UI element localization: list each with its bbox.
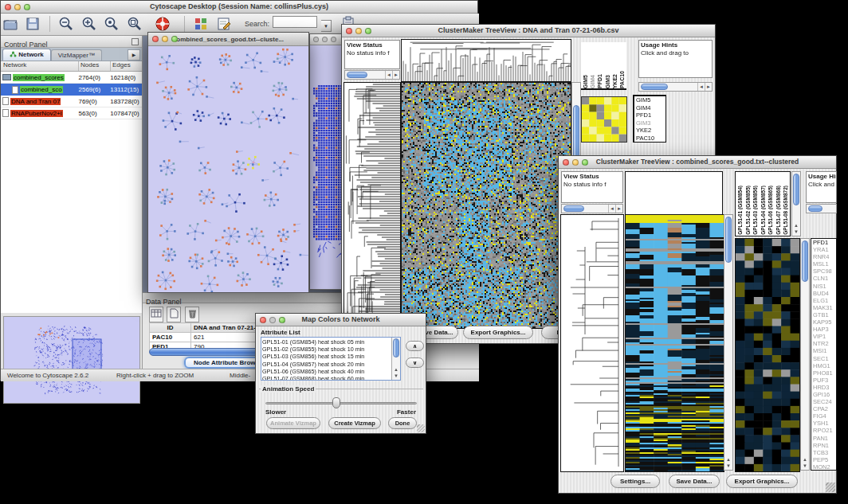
gene-list-item[interactable]: GIM3 bbox=[634, 119, 665, 127]
attribute-list-item[interactable]: GPL51-03 (GSM856) heat shock 15 min bbox=[262, 353, 391, 360]
gene-list-item[interactable]: KAP95 bbox=[811, 318, 836, 326]
gene-list-item[interactable]: RPN1 bbox=[811, 442, 836, 449]
window-controls[interactable] bbox=[5, 4, 30, 10]
animate-vizmap-button[interactable]: Animate Vizmap bbox=[266, 417, 320, 429]
scroll-down-icon[interactable]: ▼ bbox=[394, 373, 398, 378]
zoom-selected-icon[interactable] bbox=[126, 15, 143, 33]
export-graphics-button[interactable]: Export Graphics... bbox=[463, 326, 533, 339]
vizmapper-icon[interactable] bbox=[192, 15, 210, 33]
column-labels-vscrollbar-2[interactable]: ▲▼ bbox=[791, 171, 801, 236]
zoom-heatmap-canvas-2[interactable] bbox=[735, 238, 800, 472]
gene-list-item[interactable]: GIM5 bbox=[634, 96, 665, 104]
view-status-hscrollbar-2[interactable]: ◄► bbox=[561, 204, 623, 213]
delete-attribute-icon[interactable] bbox=[185, 307, 199, 322]
treeview1-titlebar[interactable]: ClusterMaker TreeView : DNA and Tran 07-… bbox=[342, 25, 715, 37]
zoom-window-icon[interactable] bbox=[582, 159, 588, 166]
scroll-right-icon[interactable]: ► bbox=[392, 71, 399, 79]
help-lifebuoy-icon[interactable] bbox=[154, 15, 171, 33]
minimize-icon[interactable] bbox=[162, 36, 168, 42]
tab-overflow-button[interactable]: ▶ bbox=[128, 49, 140, 61]
gene-list-item[interactable]: SPC98 bbox=[811, 268, 836, 275]
close-icon[interactable] bbox=[260, 317, 266, 323]
new-attribute-icon[interactable] bbox=[167, 307, 181, 322]
attribute-list-item[interactable]: GPL51-01 (GSM854) heat shock 05 min bbox=[262, 338, 391, 346]
network-frame-titlebar[interactable]: combined_scores_good.txt--cluste... bbox=[148, 33, 308, 46]
attribute-list-item[interactable]: GPL51-04 (GSM857) heat shock 20 min bbox=[262, 361, 391, 368]
network-list-row[interactable]: combined_sco2569(6)13112(15) bbox=[1, 84, 142, 96]
gene-list-item[interactable]: MON2 bbox=[811, 463, 836, 471]
gene-list-item[interactable]: GIM4 bbox=[634, 104, 665, 112]
gene-list-item[interactable]: MSI1 bbox=[811, 347, 836, 354]
gene-list-item[interactable]: PAN1 bbox=[811, 435, 836, 442]
heatmap2-vscrollbar[interactable]: ▲▼ bbox=[724, 214, 733, 471]
gene-list-item[interactable]: PHO81 bbox=[811, 369, 836, 377]
view-status-hscrollbar[interactable]: ◄► bbox=[344, 70, 400, 80]
birdseye-canvas[interactable] bbox=[3, 316, 140, 404]
gene-list-item[interactable]: PAC10 bbox=[634, 135, 665, 143]
column-dendrogram-canvas-1[interactable] bbox=[401, 39, 571, 82]
scroll-left-icon[interactable]: ◄ bbox=[697, 83, 705, 91]
select-attributes-icon[interactable] bbox=[149, 307, 163, 322]
scroll-down-icon[interactable]: ▼ bbox=[794, 229, 799, 234]
save-session-icon[interactable] bbox=[24, 15, 41, 33]
usage-hscrollbar-2[interactable] bbox=[806, 204, 837, 213]
gene-list-item[interactable]: NIS1 bbox=[811, 283, 836, 290]
tab-vizmapper[interactable]: VizMapper™ bbox=[51, 49, 102, 61]
scroll-down-icon[interactable]: ▼ bbox=[726, 463, 731, 468]
attribute-list-item[interactable]: GPL51-02 (GSM855) heat shock 10 min bbox=[262, 346, 391, 353]
resize-grip[interactable] bbox=[417, 424, 425, 432]
gene-list-item[interactable]: BUD4 bbox=[811, 290, 836, 297]
gene-list-item[interactable]: HRD3 bbox=[811, 384, 836, 391]
gene-list-item[interactable]: VIP1 bbox=[811, 333, 836, 340]
close-icon[interactable] bbox=[563, 159, 569, 166]
save-data-button[interactable]: Save Data... bbox=[669, 475, 720, 488]
close-icon[interactable] bbox=[152, 36, 159, 42]
zoom-window-icon[interactable] bbox=[171, 36, 178, 42]
move-attribute-down-button[interactable]: ∨ bbox=[406, 357, 424, 368]
gene-list-item[interactable]: ELG1 bbox=[811, 297, 836, 304]
gene-list-item[interactable]: YKE2 bbox=[634, 127, 665, 135]
gene-list-item[interactable]: RPO21 bbox=[811, 427, 836, 434]
animation-speed-slider-thumb[interactable] bbox=[332, 397, 340, 408]
heatmap-canvas-2[interactable] bbox=[625, 214, 724, 472]
attribute-list-item[interactable]: GPL51-07 (GSM868) heat shock 60 min bbox=[262, 375, 391, 381]
gene-list-item[interactable]: YSH1 bbox=[811, 420, 836, 427]
gene-list-item[interactable]: SEC1 bbox=[811, 355, 836, 362]
zoom-heatmap-canvas-1[interactable] bbox=[581, 96, 627, 143]
gene-list-item[interactable]: CPA2 bbox=[811, 405, 836, 412]
attribute-list-vscrollbar[interactable]: ▲▼ bbox=[391, 338, 400, 380]
scroll-right-icon[interactable]: ► bbox=[615, 205, 622, 213]
treeview2-titlebar[interactable]: ClusterMaker TreeView : combined_scores_… bbox=[559, 156, 836, 169]
gene-list-item[interactable]: PEP5 bbox=[811, 456, 836, 463]
search-input[interactable] bbox=[273, 21, 316, 31]
export-graphics-button[interactable]: Export Graphics... bbox=[726, 475, 798, 488]
gene-list-item[interactable]: RNR4 bbox=[811, 253, 836, 260]
network-list-row[interactable]: DNA and Tran 07769(0)183728(0) bbox=[1, 96, 142, 107]
zoom-in-icon[interactable] bbox=[80, 15, 98, 33]
gene-list-item[interactable]: CLN1 bbox=[811, 275, 836, 282]
move-attribute-up-button[interactable]: ∧ bbox=[406, 341, 424, 351]
usage-hscrollbar[interactable]: ◄► bbox=[638, 82, 713, 92]
gene-list-item[interactable]: YRA1 bbox=[811, 246, 836, 253]
minimize-icon[interactable] bbox=[269, 317, 276, 323]
col-nodes[interactable]: Nodes bbox=[79, 61, 111, 71]
close-icon[interactable] bbox=[5, 4, 11, 10]
network-list-row[interactable]: RNAPuberNov2+I563(0)107847(0) bbox=[1, 107, 142, 119]
gene-list-item[interactable]: GPI16 bbox=[811, 391, 836, 398]
network-canvas[interactable] bbox=[148, 46, 308, 292]
gene-list-vscrollbar-2[interactable]: ▲▼ bbox=[800, 238, 810, 471]
settings-button[interactable]: Settings... bbox=[610, 475, 660, 488]
done-button[interactable]: Done bbox=[388, 417, 417, 429]
id-column-header[interactable]: ID bbox=[150, 323, 191, 333]
main-titlebar[interactable]: Cytoscape Desktop (Session Name: collins… bbox=[1, 1, 477, 14]
col-network[interactable]: Network bbox=[1, 61, 79, 71]
animation-speed-slider-track[interactable] bbox=[265, 402, 417, 404]
search-dropdown-button[interactable]: ▼ bbox=[321, 20, 332, 32]
gene-list-item[interactable]: MSL1 bbox=[811, 260, 836, 268]
gene-list-item[interactable]: FIG4 bbox=[811, 412, 836, 420]
dialog-titlebar[interactable]: Map Colors to Network bbox=[256, 314, 426, 326]
scroll-left-icon[interactable]: ◄ bbox=[608, 205, 615, 213]
column-dendrogram-area-2[interactable] bbox=[625, 171, 723, 214]
create-vizmap-button[interactable]: Create Vizmap bbox=[328, 417, 381, 429]
gene-list-item[interactable]: PUF3 bbox=[811, 377, 836, 384]
